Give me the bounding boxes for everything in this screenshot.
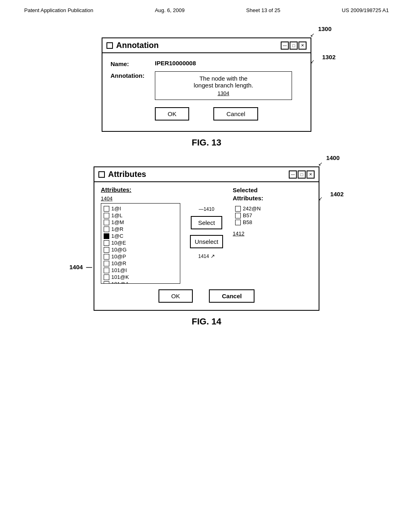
window-controls (281, 42, 307, 50)
name-label: Name: (111, 60, 155, 67)
ref-1404: 1404 — (69, 264, 92, 270)
attr-close-button[interactable] (307, 170, 315, 179)
attr-item-label: 1@C (111, 233, 123, 239)
attributes-list[interactable]: 1@I1@L1@M1@R1@C10@E10@G10@P10@R101@I101@… (101, 203, 180, 284)
figure-13-block: 1300 ↙ 1302 ↙ Annotation (24, 21, 389, 150)
attr-list-item[interactable]: 101@I (104, 267, 177, 274)
annotation-buttons: OK Cancel (111, 107, 302, 125)
fig13-wrapper: 1300 ↙ 1302 ↙ Annotation (102, 37, 311, 132)
fig13-label: FIG. 13 (192, 137, 221, 148)
header-middle: Aug. 6, 2009 (155, 7, 185, 13)
attr-item-label: 10@R (111, 260, 126, 266)
ref-1400: 1400 (326, 154, 340, 161)
attr-item-label: 10@E (111, 240, 126, 246)
annotation-title-text: Annotation (116, 41, 159, 50)
annotation-textarea[interactable]: The node with the longest branch length.… (155, 71, 292, 100)
attr-item-checkbox[interactable] (104, 274, 109, 280)
attr-window-controls (289, 170, 315, 179)
select-button[interactable]: Select (191, 216, 222, 229)
attr-list-item[interactable]: 1@R (104, 226, 177, 233)
unselect-button[interactable]: Unselect (190, 235, 223, 248)
selected-attr-item[interactable]: B57 (235, 212, 310, 219)
cancel-button[interactable]: Cancel (213, 107, 258, 121)
attr-col-right: Selected Attributes: 242@NB57B58 1412 (233, 186, 312, 284)
page-header: Patent Application Publication Aug. 6, 2… (0, 0, 413, 17)
attr-list-item[interactable]: 1@I (104, 205, 177, 212)
attr-list-label: Attributes: (101, 186, 180, 193)
content-area: 1300 ↙ 1302 ↙ Annotation (0, 17, 413, 333)
selected-item-label: B58 (243, 219, 252, 225)
attr-col-left: Attributes: 1404 1@I1@L1@M1@R1@C10@E10@G… (101, 186, 180, 284)
ref-1406-label: 1404 (101, 195, 180, 202)
selected-attr-item[interactable]: 242@N (235, 205, 310, 212)
annotation-titlebar: Annotation (102, 38, 311, 53)
attr-cancel-button[interactable]: Cancel (209, 289, 254, 303)
selected-item-label: B57 (243, 212, 252, 218)
attr-item-checkbox[interactable] (104, 268, 109, 273)
attr-list-item[interactable]: 10@R (104, 260, 177, 267)
attr-ok-button[interactable]: OK (159, 289, 193, 303)
attr-item-checkbox[interactable] (104, 261, 109, 266)
attr-list-item[interactable]: 1@L (104, 212, 177, 219)
annotation-title-checkbox[interactable] (106, 42, 113, 49)
ok-button[interactable]: OK (155, 107, 190, 121)
attr-col-middle: —1410 Select Unselect 1414 ↗ (188, 186, 225, 284)
ref-1402: 1402 (330, 191, 344, 197)
annotation-label: Annotation: (111, 71, 155, 79)
attr-minimize-button[interactable] (289, 170, 297, 179)
selected-attr-header: Selected Attributes: (233, 186, 312, 202)
attr-item-label: 101@A (111, 281, 129, 284)
header-right: US 2009/198725 A1 (342, 7, 389, 13)
attr-buttons: OK Cancel (101, 289, 312, 306)
attr-item-label: 10@G (111, 247, 127, 253)
annotation-body: Name: IPER10000008 Annotation: The node … (102, 53, 311, 131)
attr-item-checkbox[interactable] (104, 254, 109, 260)
attr-item-checkbox[interactable] (104, 233, 109, 239)
attributes-dialog: Attributes Attributes: (94, 166, 319, 311)
attr-list-item[interactable]: 101@K (104, 274, 177, 281)
attr-item-checkbox[interactable] (104, 240, 109, 246)
selected-attributes-list: 242@NB57B58 (233, 204, 312, 227)
attr-restore-button[interactable] (298, 170, 306, 179)
attr-item-checkbox[interactable] (104, 281, 109, 284)
attr-list-item[interactable]: 101@A (104, 281, 177, 284)
attr-item-checkbox[interactable] (104, 227, 109, 232)
close-button[interactable] (298, 42, 307, 50)
attr-item-checkbox[interactable] (104, 220, 109, 225)
attr-item-label: 10@P (111, 254, 126, 260)
attr-item-checkbox[interactable] (104, 213, 109, 218)
selected-attr-item[interactable]: B58 (235, 219, 310, 226)
ref-1300: 1300 (318, 25, 332, 32)
attr-title-checkbox[interactable] (98, 171, 105, 178)
selected-item-checkbox[interactable] (235, 206, 241, 212)
selected-item-checkbox[interactable] (235, 213, 241, 218)
name-value: IPER10000008 (155, 60, 196, 66)
attributes-titlebar: Attributes (94, 167, 319, 182)
selected-item-label: 242@N (243, 206, 261, 212)
attr-item-label: 101@I (111, 267, 127, 273)
attr-list-item[interactable]: 10@G (104, 246, 177, 253)
attr-list-item[interactable]: 1@M (104, 219, 177, 226)
attr-list-item[interactable]: 10@P (104, 253, 177, 260)
annotation-row: Annotation: The node with the longest br… (111, 71, 302, 100)
annotation-dialog: Annotation Name: IPER10000008 (102, 37, 311, 132)
header-sheet: Sheet 13 of 25 (246, 7, 280, 13)
attr-item-label: 1@M (111, 219, 124, 225)
restore-button[interactable] (290, 42, 298, 50)
attributes-title-text: Attributes (108, 170, 146, 179)
attr-item-checkbox[interactable] (104, 247, 109, 253)
fig14-label: FIG. 14 (192, 316, 221, 327)
ref-1412-label: 1412 (233, 231, 312, 237)
attr-item-label: 1@L (111, 212, 123, 218)
attr-list-item[interactable]: 10@E (104, 239, 177, 246)
attr-list-item[interactable]: 1@C (104, 233, 177, 239)
attr-titlebar-left: Attributes (98, 170, 146, 179)
attr-item-checkbox[interactable] (104, 206, 109, 212)
selected-item-checkbox[interactable] (235, 220, 241, 225)
minimize-button[interactable] (281, 42, 289, 50)
figure-14-block: 1400 ↙ 1402 ↙ 1404 — Attributes (24, 158, 389, 329)
annotation-text: The node with the longest branch length.… (159, 75, 288, 96)
arrow-1400: ↙ (318, 161, 323, 167)
titlebar-left: Annotation (106, 41, 159, 50)
ref-1302: 1302 (322, 54, 336, 60)
